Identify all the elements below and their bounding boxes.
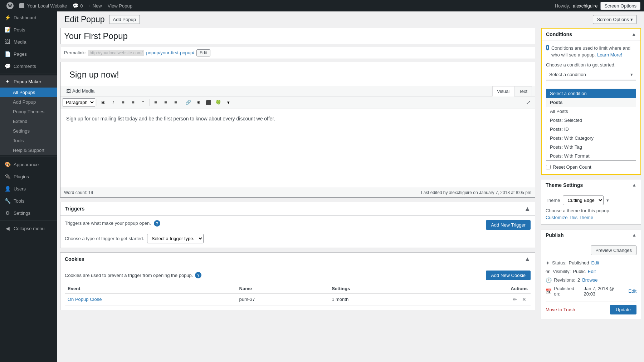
screen-options-btn[interactable]: Screen Options <box>600 2 640 10</box>
screen-options-btn[interactable]: Screen Options ▾ <box>593 15 637 24</box>
link-btn[interactable]: 🔗 <box>184 98 193 107</box>
tab-text[interactable]: Text <box>514 86 532 96</box>
format-select[interactable]: Paragraph <box>63 98 95 106</box>
sidebar-item-settings[interactable]: Settings <box>0 126 57 136</box>
publish-collapse-icon[interactable]: ▲ <box>632 232 636 238</box>
permalink-url[interactable]: popup/your-first-popup/ <box>146 50 194 55</box>
dropdown-option-posts-selected[interactable]: Posts: Selected <box>546 116 636 125</box>
align-center-btn[interactable]: ≡ <box>161 98 170 107</box>
add-trigger-btn[interactable]: Add New Trigger <box>486 220 531 230</box>
align-left-btn[interactable]: ≡ <box>151 98 160 107</box>
code-btn[interactable]: ⬛ <box>204 98 213 107</box>
new-btn[interactable]: + New <box>86 0 105 11</box>
editor-content[interactable]: Sign up for our mailing list today and b… <box>60 109 535 188</box>
cookies-toggle-icon[interactable]: ▲ <box>524 256 531 263</box>
table-btn[interactable]: ⊞ <box>194 98 203 107</box>
publish-header[interactable]: Publish ▲ <box>541 229 641 241</box>
publish-visibility-row: 👁 Visibility: Public Edit <box>546 267 636 276</box>
ul-btn[interactable]: ≡ <box>118 98 128 107</box>
sidebar-item-popup-maker[interactable]: ✦ Popup Maker <box>0 75 57 88</box>
bold-btn[interactable]: B <box>98 98 108 107</box>
editor-footer: Word count: 19 Last edited by alexchigui… <box>60 188 535 197</box>
popup-display-title[interactable]: Sign up now! <box>66 66 529 83</box>
main-content: Edit Popup Add Popup Screen Options ▾ Pe… <box>57 0 644 362</box>
permalink-edit-btn[interactable]: Edit <box>196 49 210 56</box>
theme-settings-header[interactable]: Theme Settings ▲ <box>541 179 641 191</box>
dropdown-option-posts-id[interactable]: Posts: ID <box>546 125 636 134</box>
sidebar-item-settings2[interactable]: ⚙ Settings <box>0 207 57 219</box>
status-edit-link[interactable]: Edit <box>591 260 599 266</box>
conditions-search-input[interactable] <box>546 80 636 89</box>
align-right-btn[interactable]: ≡ <box>171 98 180 107</box>
kitchensink-btn[interactable]: ▾ <box>224 98 233 107</box>
triggers-metabox-header[interactable]: Triggers ▲ <box>60 202 535 216</box>
sidebar-item-tools2[interactable]: 🔧 Tools <box>0 195 57 207</box>
dropdown-option-posts-format[interactable]: Posts: With Format <box>546 152 636 160</box>
add-popup-btn[interactable]: Add Popup <box>109 15 140 24</box>
cookie-edit-btn[interactable]: ✏ <box>511 296 518 303</box>
conditions-collapse-icon[interactable]: ▲ <box>631 31 636 37</box>
reset-open-count-checkbox[interactable] <box>546 165 551 169</box>
preview-changes-btn[interactable]: Preview Changes <box>591 246 636 255</box>
cookies-help-icon[interactable]: ? <box>195 272 201 278</box>
dropdown-option-posts-tag[interactable]: Posts: With Tag <box>546 143 636 152</box>
sidebar-item-media[interactable]: 🖼 Media <box>0 36 57 48</box>
dropdown-option-posts-category[interactable]: Posts: With Category <box>546 134 636 143</box>
publish-date-edit-link[interactable]: Edit <box>629 288 636 294</box>
wp-logo-btn[interactable]: W <box>4 0 16 11</box>
sidebar-item-posts[interactable]: 📝 Posts <box>0 24 57 36</box>
trigger-type-select[interactable]: Select a trigger type. <box>147 234 204 243</box>
sidebar-item-users[interactable]: 👤 Users <box>0 183 57 195</box>
conditions-panel: Conditions ▲ ℹ Conditions are used to li… <box>541 28 641 175</box>
conditions-learn-more-link[interactable]: Learn More! <box>597 52 622 58</box>
conditions-header[interactable]: Conditions ▲ <box>542 29 640 40</box>
ol-btn[interactable]: ≡ <box>128 98 138 107</box>
wp-btn[interactable]: 🍀 <box>214 98 223 107</box>
theme-settings-panel: Theme Settings ▲ Theme Cutting Edge ▾ Ch… <box>541 179 641 225</box>
add-media-btn[interactable]: 🖼 Add Media <box>63 86 97 96</box>
sidebar-item-help-support[interactable]: Help & Support <box>0 145 57 155</box>
blockquote-btn[interactable]: " <box>138 98 148 107</box>
conditions-select-trigger[interactable]: Select a condition ▾ <box>546 70 636 79</box>
sidebar-item-plugins[interactable]: 🔌 Plugins <box>0 170 57 183</box>
sidebar-item-all-popups[interactable]: All Popups <box>0 88 57 97</box>
site-name-btn[interactable]: Your Local Website <box>16 0 70 11</box>
update-btn[interactable]: Update <box>610 305 636 314</box>
theme-settings-collapse-icon[interactable]: ▲ <box>632 182 636 188</box>
post-title-input[interactable] <box>60 28 535 44</box>
expand-editor-btn[interactable]: ⤢ <box>523 98 533 107</box>
settings-icon: ⚙ <box>4 210 11 216</box>
cookie-delete-btn[interactable]: ✕ <box>521 296 528 303</box>
sidebar-item-add-popup[interactable]: Add Popup <box>0 97 57 107</box>
sidebar-item-appearance[interactable]: 🎨 Appearance <box>0 158 57 170</box>
theme-row: Theme Cutting Edge ▾ <box>546 195 636 205</box>
dropdown-option-all-posts[interactable]: All Posts <box>546 107 636 116</box>
triggers-help-icon[interactable]: ? <box>154 220 160 227</box>
sidebar-item-comments[interactable]: 💬 Comments <box>0 60 57 72</box>
tab-visual[interactable]: Visual <box>492 86 514 96</box>
customize-theme-link[interactable]: Customize This Theme <box>546 215 593 220</box>
dropdown-option-select-condition[interactable]: Select a condition <box>546 89 636 98</box>
sidebar-item-tools[interactable]: Tools <box>0 136 57 145</box>
sidebar-item-popup-themes[interactable]: Popup Themes <box>0 107 57 116</box>
sidebar-item-dashboard[interactable]: ⚡ Dashboard <box>0 11 57 24</box>
table-row: On Popup Close pum-37 1 month ✏ ✕ <box>65 293 531 305</box>
revisions-browse-link[interactable]: Browse <box>582 277 597 283</box>
view-popup-btn[interactable]: View Popup <box>105 0 135 11</box>
theme-select[interactable]: Cutting Edge <box>563 195 604 205</box>
cookies-metabox-header[interactable]: Cookies ▲ <box>60 253 535 266</box>
triggers-toggle-icon[interactable]: ▲ <box>524 205 531 213</box>
conditions-info: ℹ Conditions are used to limit where and… <box>546 45 636 59</box>
triggers-content: Triggers are what make your popup open. … <box>60 216 535 248</box>
sidebar-collapse-btn[interactable]: ◀ Collapse menu <box>0 222 57 234</box>
trash-link[interactable]: Move to Trash <box>546 307 575 312</box>
add-cookie-btn[interactable]: Add New Cookie <box>486 271 531 280</box>
sidebar-item-pages[interactable]: 📄 Pages <box>0 48 57 60</box>
italic-btn[interactable]: I <box>108 98 118 107</box>
comments-btn[interactable]: 💬 0 <box>70 0 86 11</box>
sidebar-item-extend[interactable]: Extend <box>0 116 57 126</box>
toolbar-divider-3 <box>182 99 182 106</box>
visibility-edit-link[interactable]: Edit <box>588 269 596 274</box>
cookie-event-link[interactable]: On Popup Close <box>68 297 102 302</box>
media-icon: 🖼 <box>4 39 11 45</box>
